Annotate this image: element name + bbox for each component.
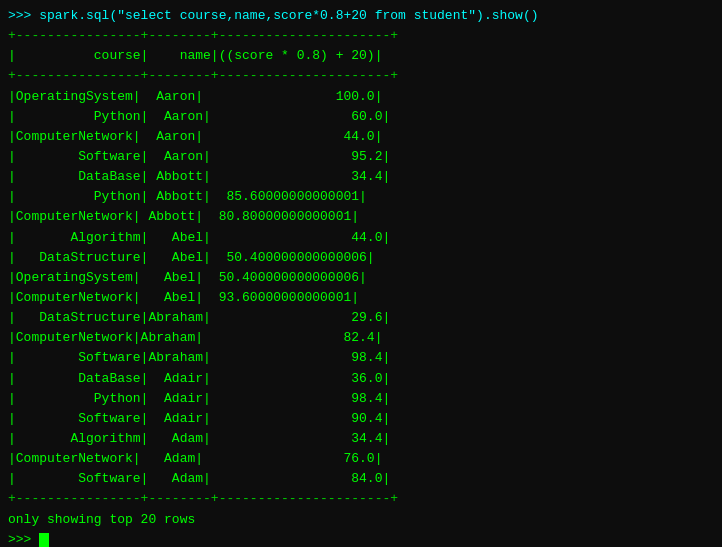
- separator-header: +----------------+--------+-------------…: [8, 66, 714, 86]
- table-row: | Python| Adair| 98.4|: [8, 389, 714, 409]
- prompt-line[interactable]: >>>: [8, 530, 714, 547]
- cursor: [39, 533, 49, 547]
- table-row: | DataBase| Abbott| 34.4|: [8, 167, 714, 187]
- table-row: | DataBase| Adair| 36.0|: [8, 369, 714, 389]
- separator-bottom: +----------------+--------+-------------…: [8, 489, 714, 509]
- table-row: |ComputerNetwork| Abel| 93.6000000000000…: [8, 288, 714, 308]
- table-row: |ComputerNetwork| Adam| 76.0|: [8, 449, 714, 469]
- command-line: >>> spark.sql("select course,name,score*…: [8, 6, 714, 26]
- table-row: |ComputerNetwork|Abraham| 82.4|: [8, 328, 714, 348]
- table-row: | Software| Adair| 90.4|: [8, 409, 714, 429]
- table-row: | DataStructure| Abel| 50.40000000000000…: [8, 248, 714, 268]
- table-header: | course| name|((score * 0.8) + 20)|: [8, 46, 714, 66]
- table-row: | Algorithm| Abel| 44.0|: [8, 228, 714, 248]
- footer-text: only showing top 20 rows: [8, 510, 714, 530]
- table-row: |OperatingSystem| Aaron| 100.0|: [8, 87, 714, 107]
- table-row: | Software|Abraham| 98.4|: [8, 348, 714, 368]
- table-row: |ComputerNetwork| Abbott| 80.80000000000…: [8, 207, 714, 227]
- table-row: |OperatingSystem| Abel| 50.4000000000000…: [8, 268, 714, 288]
- table-row: | Software| Aaron| 95.2|: [8, 147, 714, 167]
- table-row: | Python| Aaron| 60.0|: [8, 107, 714, 127]
- table-row: | Python| Abbott| 85.60000000000001|: [8, 187, 714, 207]
- prompt-text: >>>: [8, 532, 39, 547]
- table-row: | Software| Adam| 84.0|: [8, 469, 714, 489]
- table-row: | Algorithm| Adam| 34.4|: [8, 429, 714, 449]
- terminal: >>> spark.sql("select course,name,score*…: [0, 0, 722, 547]
- table-row: | DataStructure|Abraham| 29.6|: [8, 308, 714, 328]
- table-row: |ComputerNetwork| Aaron| 44.0|: [8, 127, 714, 147]
- separator-top: +----------------+--------+-------------…: [8, 26, 714, 46]
